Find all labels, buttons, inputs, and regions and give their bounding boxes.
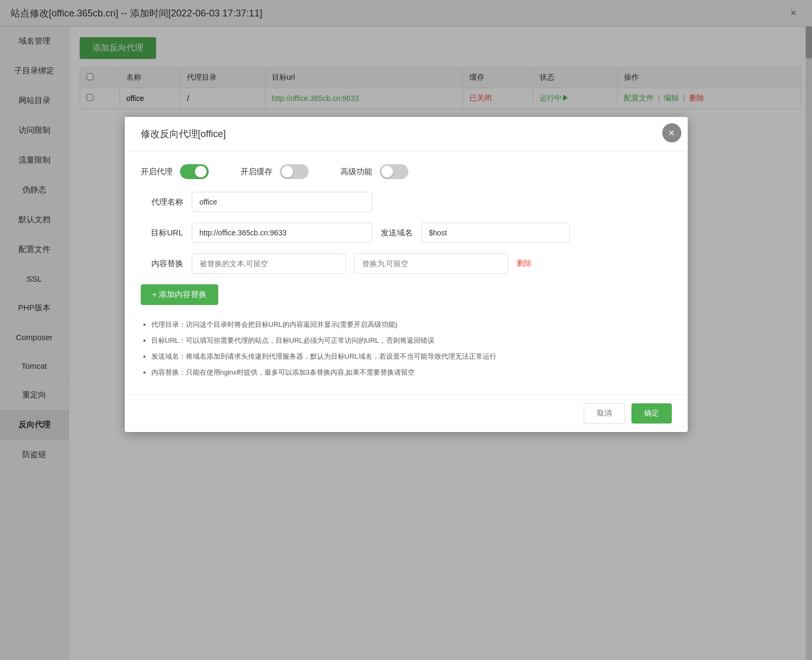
target-url-label: 目标URL	[141, 228, 183, 238]
modal-dialog: × 修改反向代理[office] 开启代理 开启缓存	[125, 117, 688, 432]
main-window: 站点修改[office.365cb.cn] -- 添加时间[2022-06-03…	[0, 0, 812, 660]
replace-from-input[interactable]	[192, 253, 346, 274]
proxy-toggle-knob	[195, 166, 207, 177]
proxy-name-row: 代理名称	[141, 192, 672, 212]
tip-1: 代理目录：访问这个目录时将会把目标URL的内容返回并显示(需要开启高级功能)	[151, 318, 672, 332]
advanced-toggle-switch[interactable]	[380, 164, 408, 179]
modal-overlay: × 修改反向代理[office] 开启代理 开启缓存	[0, 0, 812, 660]
send-domain-label: 发送域名	[381, 228, 413, 238]
toggle-item-proxy: 开启代理	[141, 164, 209, 179]
content-replace-row: 内容替换 删除	[141, 253, 672, 274]
modal-close-button[interactable]: ×	[662, 123, 681, 142]
advanced-toggle-knob	[381, 166, 393, 177]
modal-body: 开启代理 开启缓存 高级功能	[125, 151, 688, 394]
send-domain-input[interactable]	[421, 223, 570, 243]
confirm-button[interactable]: 确定	[631, 403, 672, 424]
modal-footer: 取消 确定	[125, 394, 688, 432]
tips-section: 代理目录：访问这个目录时将会把目标URL的内容返回并显示(需要开启高级功能) 目…	[141, 318, 672, 379]
cache-toggle-label: 开启缓存	[241, 167, 272, 177]
delete-replace-link[interactable]: 删除	[517, 259, 532, 268]
target-url-row: 目标URL 发送域名	[141, 223, 672, 243]
cancel-button[interactable]: 取消	[584, 403, 625, 424]
replace-to-input[interactable]	[354, 253, 508, 274]
proxy-name-input[interactable]	[192, 192, 372, 212]
proxy-name-label: 代理名称	[141, 197, 183, 207]
target-url-input[interactable]	[192, 223, 372, 243]
toggle-item-advanced: 高级功能	[340, 164, 408, 179]
cache-toggle-switch[interactable]	[280, 164, 309, 179]
content-replace-label: 内容替换	[141, 259, 183, 269]
toggle-item-cache: 开启缓存	[241, 164, 309, 179]
tip-4: 内容替换：只能在使用nginx时提供，最多可以添加3条替换内容,如果不需要替换请…	[151, 366, 672, 379]
toggle-row: 开启代理 开启缓存 高级功能	[141, 164, 672, 179]
proxy-toggle-label: 开启代理	[141, 167, 173, 177]
cache-toggle-knob	[281, 166, 293, 177]
modal-close-icon: ×	[669, 127, 675, 139]
tip-3: 发送域名：将域名添加到请求头传递到代理服务器，默认为目标URL域名，若设置不当可…	[151, 350, 672, 363]
proxy-toggle-switch[interactable]	[180, 164, 209, 179]
advanced-toggle-label: 高级功能	[340, 167, 372, 177]
add-replace-button[interactable]: + 添加内容替换	[141, 284, 219, 305]
modal-title: 修改反向代理[office]	[125, 117, 688, 151]
tip-2: 目标URL：可以填写你需要代理的站点，目标URL必须为可正常访问的URL，否则将…	[151, 334, 672, 348]
